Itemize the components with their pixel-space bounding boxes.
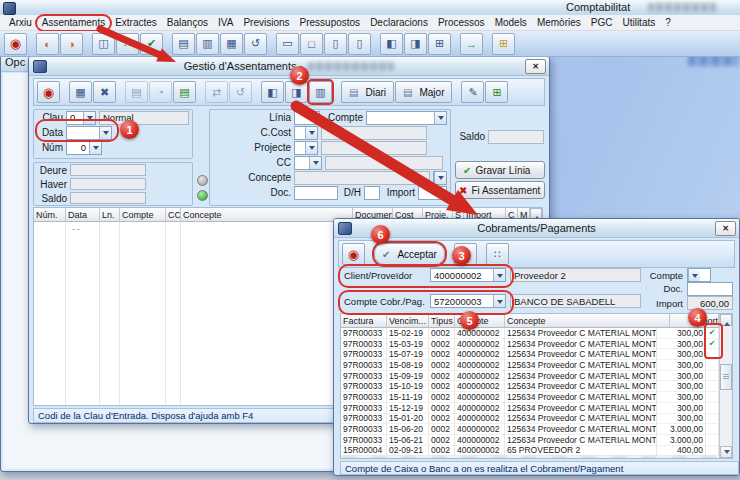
menu-item-processos[interactable]: Processos: [433, 16, 490, 30]
table-row[interactable]: 97R00033 15-07-19 0002 400000002 125634 …: [341, 349, 719, 360]
table-row[interactable]: 97R00033 15-02-19 0002 400000002 125634 …: [341, 328, 719, 339]
document-icon[interactable]: ▯: [324, 33, 347, 55]
table-row[interactable]: 97R00033 15-06-21 0002 400000002 125634 …: [341, 435, 719, 446]
table-row[interactable]: 97R00033 15-12-19 0002 400000002 125634 …: [341, 403, 719, 414]
exit-button[interactable]: ◉: [342, 243, 365, 265]
close-icon[interactable]: ✕: [715, 221, 736, 236]
columns-icon[interactable]: ◫: [92, 33, 115, 55]
print-setup-button[interactable]: ▤: [173, 81, 196, 103]
table-row[interactable]: 97R00033 15-08-19 0002 400000002 125634 …: [341, 360, 719, 371]
palette-icon[interactable]: ⊞: [492, 33, 515, 55]
tree-button[interactable]: ∷: [486, 243, 509, 265]
edit-button[interactable]: ✎: [461, 81, 484, 103]
projecte-select[interactable]: [294, 141, 318, 155]
compte-select[interactable]: [687, 268, 711, 282]
clau-select[interactable]: 0: [66, 111, 96, 125]
import-input[interactable]: [418, 186, 447, 200]
chevron-down-icon[interactable]: [434, 172, 446, 184]
insert-line-button[interactable]: ▦: [69, 81, 92, 103]
menu-item-models[interactable]: Models: [490, 16, 532, 30]
linia-input[interactable]: [294, 111, 320, 125]
chevron-down-icon[interactable]: [99, 127, 111, 139]
column-header-factura[interactable]: Factura: [341, 314, 387, 328]
export-grid-button[interactable]: ⊞: [485, 81, 508, 103]
main-titlebar[interactable]: Comptabilitat: [0, 0, 740, 16]
link-button[interactable]: ⇄: [205, 81, 228, 103]
column-header-concepte[interactable]: Concepte: [181, 208, 353, 222]
close-icon[interactable]: ✕: [525, 59, 546, 74]
table-row[interactable]: 97R00033 15-06-20 0002 400000002 125634 …: [341, 424, 719, 435]
gestio-titlebar[interactable]: Gestió d'Assentaments · ✕: [29, 57, 549, 76]
menu-item-pressupostos[interactable]: Pressupostos: [295, 16, 366, 30]
print-diari-button[interactable]: ▤Diari: [341, 81, 394, 103]
export-icon[interactable]: →: [460, 33, 483, 55]
preview-button[interactable]: ◔: [149, 81, 172, 103]
menu-item-previsions[interactable]: Previsions: [238, 16, 294, 30]
table-scrollbar[interactable]: [719, 314, 732, 458]
dh-input[interactable]: [364, 186, 380, 200]
menu-item-utilitats[interactable]: Utilitats: [617, 16, 660, 30]
process-icon[interactable]: ↺: [244, 33, 267, 55]
num-select[interactable]: 0: [66, 141, 102, 155]
column-header-num[interactable]: Núm.: [34, 208, 66, 222]
calculator-icon[interactable]: ⊞: [428, 33, 451, 55]
doc-input[interactable]: [294, 186, 338, 200]
menu-item-extractes[interactable]: Extractes: [110, 16, 162, 30]
chevron-down-icon[interactable]: [89, 142, 101, 154]
cc-select[interactable]: [294, 156, 322, 170]
gravar-linia-button[interactable]: ✔ Gravar Línia: [455, 161, 545, 179]
table-row[interactable]: 97R00033 15-09-19 0002 400000002 125634 …: [341, 371, 719, 382]
fi-assentament-button[interactable]: ✖ Fi Assentament: [455, 181, 545, 199]
compte-select[interactable]: [366, 111, 447, 125]
chevron-down-icon[interactable]: [305, 142, 317, 154]
power-icon[interactable]: ◉: [4, 33, 27, 55]
chevron-down-icon[interactable]: [305, 127, 317, 139]
menu-item-assentaments[interactable]: Assentaments: [37, 16, 110, 30]
doc-input[interactable]: [687, 282, 733, 296]
chevron-down-icon[interactable]: [493, 295, 505, 307]
menu-item-pgc[interactable]: PGC: [586, 16, 618, 30]
chevron-down-icon[interactable]: [493, 269, 505, 281]
print-major-button[interactable]: ▤Major: [395, 81, 452, 103]
print-button[interactable]: ▤: [125, 81, 148, 103]
column-header-tipus[interactable]: Tipus: [429, 314, 455, 328]
menu-item-balancos[interactable]: Balanços: [162, 16, 213, 30]
duplicate-icon[interactable]: ▦: [220, 33, 243, 55]
column-header-cc[interactable]: CC: [166, 208, 181, 222]
column-header-ln[interactable]: Ln.: [100, 208, 120, 222]
concepte-select[interactable]: [433, 171, 447, 185]
table-row[interactable]: 97R00033 15-10-19 0002 400000002 125634 …: [341, 381, 719, 392]
cobraments-titlebar[interactable]: Cobraments/Pagaments ✕: [334, 219, 739, 238]
menu-item-declaracions[interactable]: Declaracions: [365, 16, 433, 30]
table-row[interactable]: 15R00004 02-09-21 0002 400000002 65 PROV…: [341, 446, 719, 457]
users-icon[interactable]: ∷: [116, 33, 139, 55]
nav-next-icon[interactable]: ◨: [404, 33, 427, 55]
refresh-button[interactable]: ↺: [229, 81, 252, 103]
paste-icon[interactable]: ▥: [196, 33, 219, 55]
chevron-down-icon[interactable]: [434, 112, 446, 124]
data-select[interactable]: [66, 126, 112, 140]
document-edit-icon[interactable]: ▯: [348, 33, 371, 55]
column-header-venciment[interactable]: Vencim...: [387, 314, 429, 328]
menu-item-memories[interactable]: Memòries: [532, 16, 586, 30]
chevron-down-icon[interactable]: [309, 157, 321, 169]
delete-line-button[interactable]: ✖: [93, 81, 116, 103]
copy-icon[interactable]: ▤: [172, 33, 195, 55]
table-row[interactable]: 97R00033 15-03-19 0002 400000002 125634 …: [341, 339, 719, 350]
line-list-button[interactable]: ▥: [309, 81, 332, 103]
check-icon[interactable]: ✔: [140, 33, 163, 55]
scroll-up-icon[interactable]: [720, 314, 732, 326]
menu-item-arxiu[interactable]: Arxiu: [4, 16, 37, 30]
chevron-down-icon[interactable]: [83, 112, 95, 124]
client-proveidor-select[interactable]: 400000002: [430, 268, 506, 282]
menu-item-help[interactable]: ?: [660, 16, 676, 30]
window-icon[interactable]: ▭: [276, 33, 299, 55]
search-window-icon[interactable]: □: [300, 33, 323, 55]
exit-button[interactable]: ◉: [37, 81, 60, 103]
compte-cobr-pag-select[interactable]: 572000003: [430, 294, 506, 308]
ccost-select[interactable]: [294, 126, 318, 140]
column-header-concepte[interactable]: Concepte: [505, 314, 670, 328]
table-row[interactable]: 97R00033 15-11-19 0002 400000002 125634 …: [341, 392, 719, 403]
scroll-down-icon[interactable]: [720, 446, 732, 458]
acceptar-button[interactable]: ✔Acceptar: [374, 243, 445, 265]
